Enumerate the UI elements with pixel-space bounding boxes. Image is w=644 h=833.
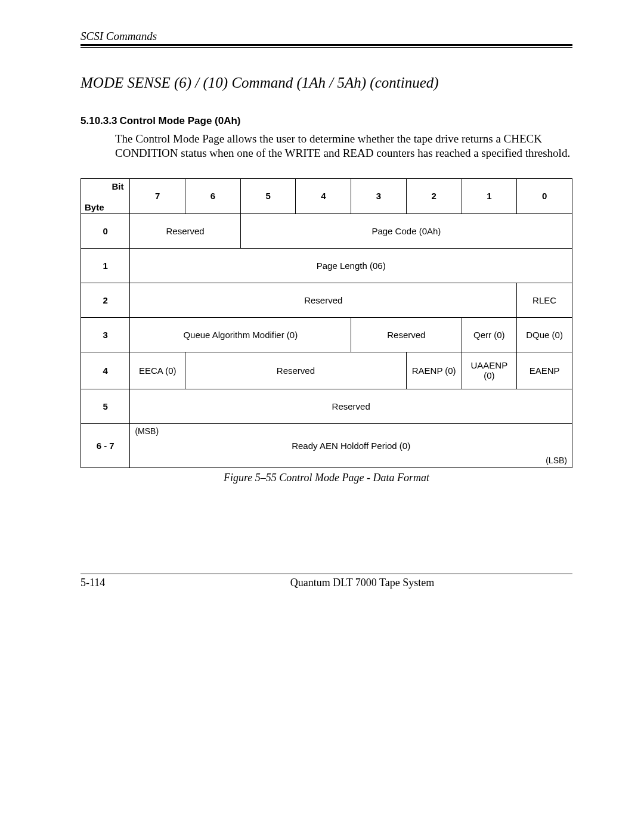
byte-label: 2 <box>81 283 130 317</box>
cell-reserved: Reserved <box>130 213 240 248</box>
cell-eeca: EECA (0) <box>130 352 185 389</box>
cell-uaaenp: UAAENP (0) <box>462 352 517 389</box>
msb-label: (MSB) <box>135 426 159 436</box>
footer-title: Quantum DLT 7000 Tape System <box>152 577 572 589</box>
table-header-row: Bit Byte 7 6 5 4 3 2 1 0 <box>81 178 572 213</box>
subsection-title: Control Mode Page (0Ah) <box>119 115 240 126</box>
table-row: 0 Reserved Page Code (0Ah) <box>81 213 572 248</box>
page-number: 5-114 <box>80 577 152 589</box>
cell-raenp: RAENP (0) <box>406 352 462 389</box>
cell-reserved: Reserved <box>130 389 572 423</box>
byte-label: 5 <box>81 389 130 423</box>
bit-col-2: 2 <box>406 178 462 213</box>
cell-ready-aen: (MSB) Ready AEN Holdoff Period (0) (LSB) <box>130 423 572 467</box>
bit-col-4: 4 <box>296 178 351 213</box>
bit-col-1: 1 <box>462 178 517 213</box>
lsb-label: (LSB) <box>546 456 567 465</box>
ready-aen-label: Ready AEN Holdoff Period (0) <box>132 428 569 464</box>
running-header: SCSI Commands <box>80 30 572 46</box>
subsection-heading: 5.10.3.3 Control Mode Page (0Ah) <box>80 115 572 127</box>
control-mode-table: Bit Byte 7 6 5 4 3 2 1 0 0 Reserved Page… <box>80 178 572 468</box>
byte-label: 4 <box>81 352 130 389</box>
byte-label: 0 <box>81 213 130 248</box>
cell-reserved: Reserved <box>130 283 517 317</box>
section-title: MODE SENSE (6) / (10) Command (1Ah / 5Ah… <box>80 75 572 91</box>
bit-col-7: 7 <box>130 178 185 213</box>
table-row: 3 Queue Algorithm Modifier (0) Reserved … <box>81 317 572 352</box>
subsection-body: The Control Mode Page allows the user to… <box>115 132 572 160</box>
cell-eaenp: EAENP <box>517 352 572 389</box>
cell-rlec: RLEC <box>517 283 572 317</box>
cell-qam: Queue Algorithm Modifier (0) <box>130 317 351 352</box>
figure-caption: Figure 5–55 Control Mode Page - Data For… <box>80 472 572 484</box>
corner-byte-label: Byte <box>85 202 104 212</box>
cell-reserved: Reserved <box>351 317 462 352</box>
byte-label: 1 <box>81 248 130 283</box>
subsection-number: 5.10.3.3 <box>80 115 117 126</box>
table-row: 6 - 7 (MSB) Ready AEN Holdoff Period (0)… <box>81 423 572 467</box>
page: SCSI Commands MODE SENSE (6) / (10) Comm… <box>0 0 644 625</box>
bit-col-0: 0 <box>517 178 572 213</box>
table-row: 4 EECA (0) Reserved RAENP (0) UAAENP (0)… <box>81 352 572 389</box>
table-row: 1 Page Length (06) <box>81 248 572 283</box>
cell-reserved: Reserved <box>185 352 407 389</box>
table-row: 5 Reserved <box>81 389 572 423</box>
bit-col-6: 6 <box>185 178 241 213</box>
cell-pagelength: Page Length (06) <box>130 248 572 283</box>
byte-label: 6 - 7 <box>81 423 130 467</box>
cell-pagecode: Page Code (0Ah) <box>240 213 572 248</box>
corner-bit-label: Bit <box>112 181 123 191</box>
page-footer: 5-114 Quantum DLT 7000 Tape System <box>80 574 572 589</box>
cell-dque: DQue (0) <box>517 317 572 352</box>
byte-label: 3 <box>81 317 130 352</box>
bit-col-3: 3 <box>351 178 407 213</box>
bit-col-5: 5 <box>240 178 296 213</box>
table-row: 2 Reserved RLEC <box>81 283 572 317</box>
cell-qerr: Qerr (0) <box>462 317 517 352</box>
corner-cell: Bit Byte <box>81 178 130 213</box>
